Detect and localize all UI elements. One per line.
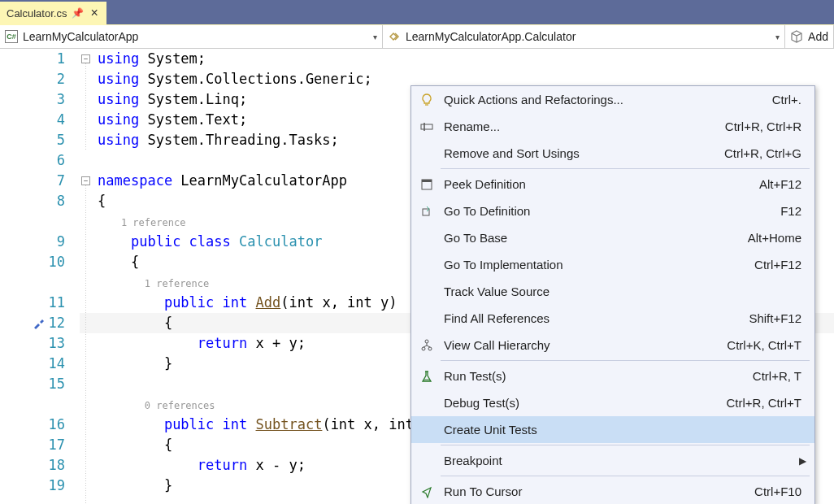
- menu-item-go-to-definition[interactable]: Go To DefinitionF12: [411, 198, 814, 224]
- keyword: using: [98, 111, 139, 128]
- class-name: LearnMyCalculatorApp.Calculator: [406, 30, 576, 43]
- menu-item-peek-definition[interactable]: Peek DefinitionAlt+F12: [411, 171, 814, 198]
- menu-item-label: Debug Test(s): [444, 396, 726, 410]
- menu-shortcut: Ctrl+F10: [754, 484, 801, 498]
- codelens-references[interactable]: 1 reference: [121, 217, 185, 228]
- line-gutter: 1 2 3 4 5 6 7 8 9 10 11 12 13 14 15 16 1…: [0, 49, 80, 504]
- line-number: 2: [0, 69, 65, 89]
- navigation-bar: C# LearnMyCalculatorApp ▾ LearnMyCalcula…: [0, 24, 834, 49]
- project-dropdown[interactable]: C# LearnMyCalculatorApp ▾: [0, 25, 383, 48]
- class-dropdown[interactable]: LearnMyCalculatorApp.Calculator ▾: [383, 25, 785, 48]
- menu-shortcut: Alt+Home: [748, 231, 801, 245]
- menu-item-run-to-cursor[interactable]: Run To CursorCtrl+F10: [411, 478, 814, 504]
- menu-shortcut: F12: [780, 204, 801, 218]
- menu-item-label: Peek Definition: [444, 177, 759, 191]
- close-icon[interactable]: ×: [89, 6, 99, 20]
- menu-item-create-unit-tests[interactable]: Create Unit Tests: [411, 416, 814, 443]
- menu-item-label: Quick Actions and Refactorings...: [444, 93, 772, 106]
- file-tab[interactable]: Calculator.cs 📌 ×: [0, 2, 106, 24]
- context-menu: Quick Actions and Refactorings...Ctrl+.R…: [410, 85, 815, 504]
- line-number: 9: [0, 232, 65, 252]
- line-number: 10: [0, 252, 65, 272]
- keyword: using: [98, 50, 139, 67]
- svg-point-5: [422, 347, 425, 350]
- csharp-icon: C#: [5, 30, 18, 43]
- menu-separator: [441, 360, 810, 361]
- menu-item-label: Breakpoint: [444, 454, 799, 467]
- tab-title: Calculator.cs: [7, 7, 67, 20]
- menu-item-remove-and-sort-usings[interactable]: Remove and Sort UsingsCtrl+R, Ctrl+G: [411, 140, 814, 167]
- flask-icon: [419, 369, 434, 384]
- submenu-arrow-icon: ▶: [799, 455, 806, 467]
- line-number: 13: [0, 333, 65, 354]
- line-number: 18: [0, 455, 65, 476]
- keyword: public: [164, 294, 223, 311]
- hierarchy-icon: [419, 338, 434, 353]
- keyword: int: [223, 294, 256, 311]
- keyword: namespace: [98, 172, 172, 189]
- screwdriver-icon[interactable]: [33, 316, 46, 329]
- menu-shortcut: Shift+F12: [749, 311, 801, 325]
- blank-icon: [419, 231, 434, 245]
- menu-item-label: Find All References: [444, 311, 749, 325]
- namespace: System.Collections.Generic;: [139, 71, 372, 87]
- code-content[interactable]: using System; using System.Collections.G…: [80, 49, 439, 504]
- menu-item-go-to-implementation[interactable]: Go To ImplementationCtrl+F12: [411, 251, 814, 278]
- menu-item-track-value-source[interactable]: Track Value Source: [411, 278, 814, 305]
- menu-item-breakpoint[interactable]: Breakpoint▶: [411, 447, 814, 474]
- type-name: Calculator: [239, 233, 322, 250]
- params: (int x, int y): [280, 294, 397, 311]
- keyword: using: [98, 132, 139, 148]
- menu-item-debug-test-s[interactable]: Debug Test(s)Ctrl+R, Ctrl+T: [411, 389, 814, 416]
- menu-item-label: View Call Hierarchy: [444, 338, 727, 352]
- line-number: 6: [0, 150, 65, 171]
- lightbulb-icon: [419, 93, 434, 107]
- blank-icon: [419, 454, 434, 468]
- peek-icon: [419, 177, 434, 192]
- brace: {: [164, 315, 172, 331]
- menu-item-run-test-s[interactable]: Run Test(s)Ctrl+R, T: [411, 363, 814, 389]
- menu-item-label: Run Test(s): [444, 369, 753, 383]
- method-name: Subtract: [256, 416, 323, 432]
- keyword: public: [164, 416, 223, 432]
- menu-item-view-call-hierarchy[interactable]: View Call HierarchyCtrl+K, Ctrl+T: [411, 332, 814, 358]
- rename-icon: [419, 119, 434, 134]
- keyword: int: [223, 416, 256, 432]
- menu-shortcut: Ctrl+R, Ctrl+G: [724, 146, 801, 160]
- class-icon: [388, 30, 401, 43]
- line-number: 11: [0, 293, 65, 313]
- menu-shortcut: Ctrl+.: [772, 93, 801, 106]
- pin-icon[interactable]: 📌: [72, 7, 84, 19]
- member-dropdown[interactable]: Add: [785, 25, 834, 48]
- menu-item-label: Create Unit Tests: [444, 423, 806, 437]
- blank-icon: [419, 258, 434, 272]
- member-name: Add: [808, 30, 828, 43]
- line-number: 4: [0, 110, 65, 130]
- line-number: 17: [0, 435, 65, 455]
- menu-item-label: Go To Base: [444, 231, 748, 245]
- menu-item-quick-actions-and-refactorings[interactable]: Quick Actions and Refactorings...Ctrl+.: [411, 86, 814, 113]
- svg-rect-0: [421, 124, 432, 129]
- keyword: public class: [131, 233, 239, 250]
- blank-icon: [419, 146, 434, 161]
- brace: }: [164, 477, 172, 493]
- method-name: Add: [256, 294, 281, 311]
- line-number: 7: [0, 171, 65, 191]
- menu-item-rename[interactable]: Rename...Ctrl+R, Ctrl+R: [411, 113, 814, 140]
- menu-item-go-to-base[interactable]: Go To BaseAlt+Home: [411, 224, 814, 251]
- menu-shortcut: Ctrl+F12: [754, 258, 801, 272]
- codelens-references[interactable]: 0 references: [145, 400, 215, 411]
- line-number: 16: [0, 415, 65, 435]
- menu-item-find-all-references[interactable]: Find All ReferencesShift+F12: [411, 305, 814, 332]
- blank-icon: [419, 285, 434, 299]
- namespace: LearnMyCalculatorApp: [172, 172, 347, 189]
- brace: }: [164, 355, 172, 371]
- goto-icon: [419, 204, 434, 219]
- tab-bar: Calculator.cs 📌 ×: [0, 0, 834, 24]
- codelens-references[interactable]: 1 reference: [145, 278, 209, 289]
- menu-separator: [441, 168, 810, 169]
- menu-shortcut: Ctrl+R, Ctrl+R: [725, 119, 801, 133]
- line-number: 3: [0, 89, 65, 110]
- brace: {: [98, 193, 106, 209]
- line-number: [0, 394, 65, 415]
